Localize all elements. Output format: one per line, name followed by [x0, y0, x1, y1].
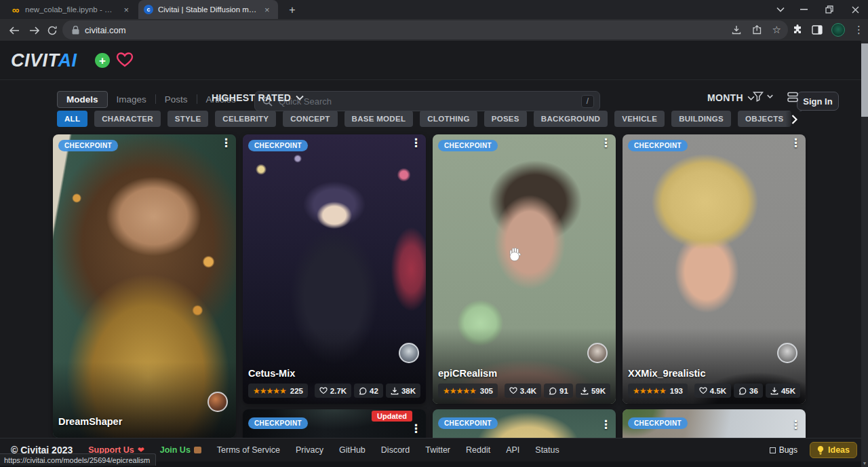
download-icon — [580, 387, 589, 395]
footer-link-discord[interactable]: Discord — [381, 445, 410, 455]
creator-avatar[interactable] — [777, 343, 797, 363]
creator-avatar[interactable] — [399, 343, 419, 363]
downloads-count: 38K — [401, 387, 416, 395]
side-panel-icon[interactable] — [812, 25, 823, 35]
chip-poses[interactable]: POSES — [484, 111, 527, 127]
forward-button[interactable] — [27, 23, 42, 38]
footer-link-status[interactable]: Status — [535, 445, 559, 455]
comment-icon — [549, 387, 557, 395]
comments-pill: 42 — [354, 384, 383, 398]
upload-plus-button[interactable]: + — [95, 53, 110, 68]
footer-link-api[interactable]: API — [506, 445, 519, 455]
downloads-pill: 45K — [766, 384, 800, 398]
rating-pill: ★★★★★ 305 — [438, 384, 498, 398]
tab-models[interactable]: Models — [57, 91, 108, 108]
site-header: CIVITAI + / Sign In — [0, 41, 868, 80]
card-menu-icon[interactable]: ⋮ — [790, 419, 802, 432]
sign-in-button[interactable]: Sign In — [797, 92, 839, 111]
likes-pill: 4.5K — [694, 384, 731, 398]
new-tab-button[interactable]: + — [285, 3, 300, 18]
civitai-logo[interactable]: CIVITAI — [11, 50, 77, 71]
card-menu-icon[interactable]: ⋮ — [600, 419, 612, 432]
chip-background[interactable]: BACKGROUND — [534, 111, 608, 127]
model-card-dreamshaper[interactable]: CHECKPOINT ⋮ DreamShaper — [53, 134, 236, 438]
creator-avatar[interactable] — [208, 392, 228, 412]
chip-clothing[interactable]: CLOTHING — [420, 111, 477, 127]
model-type-badge: CHECKPOINT — [438, 140, 498, 151]
back-button[interactable] — [7, 23, 22, 38]
download-icon — [770, 387, 778, 395]
downloads-pill: 59K — [576, 384, 610, 398]
likes-count: 4.5K — [710, 387, 726, 395]
tab-close-icon[interactable]: × — [263, 5, 271, 15]
chevron-down-icon — [296, 95, 304, 100]
rating-pill: ★★★★★ 193 — [628, 384, 688, 398]
address-bar[interactable]: civitai.com ☆ — [62, 20, 788, 39]
tab-civitai[interactable]: c Civitai | Stable Diffusion models, × — [138, 0, 278, 19]
chevron-right-icon — [791, 115, 797, 124]
reload-button[interactable] — [45, 23, 60, 38]
browser-profile-avatar[interactable] — [831, 23, 845, 37]
restore-button[interactable] — [816, 0, 842, 19]
likes-pill: 2.7K — [315, 384, 351, 398]
ideas-button[interactable]: Ideas — [810, 442, 857, 458]
footer-link-privacy[interactable]: Privacy — [296, 445, 323, 455]
filter-funnel-icon — [753, 91, 764, 102]
page-scrollbar[interactable]: ▾ — [861, 41, 868, 467]
footer-link-twitter[interactable]: Twitter — [425, 445, 450, 455]
extensions-puzzle-icon[interactable] — [792, 24, 803, 35]
chip-style[interactable]: STYLE — [167, 111, 209, 127]
model-title: XXMix_9realistic — [628, 368, 800, 379]
minimize-button[interactable] — [791, 0, 816, 19]
link-status-bar: https://civitai.com/models/25694/epicrea… — [0, 453, 156, 466]
url-text: civitai.com — [85, 25, 126, 35]
filter-button[interactable] — [753, 91, 773, 102]
browser-menu-icon[interactable]: ⋮ — [854, 24, 864, 36]
model-type-badge: CHECKPOINT — [248, 140, 308, 151]
layout-toggle-button[interactable] — [787, 92, 799, 102]
chip-celebrity[interactable]: CELEBRITY — [215, 111, 276, 127]
chip-buildings[interactable]: BUILDINGS — [671, 111, 731, 127]
chip-objects[interactable]: OBJECTS — [738, 111, 791, 127]
period-dropdown[interactable]: MONTH — [707, 92, 755, 103]
model-card-xxmix[interactable]: CHECKPOINT ⋮ XXMix_9realistic ★★★★★ 193 … — [623, 134, 806, 404]
card-menu-icon[interactable]: ⋮ — [600, 137, 612, 150]
category-filter-bar: ALL CHARACTER STYLE CELEBRITY CONCEPT BA… — [57, 111, 802, 128]
footer-link-reddit[interactable]: Reddit — [466, 445, 490, 455]
chip-all[interactable]: ALL — [57, 111, 87, 127]
search-input[interactable] — [279, 96, 581, 107]
chip-character[interactable]: CHARACTER — [94, 111, 161, 127]
tab-posts[interactable]: Posts — [156, 92, 197, 107]
share-icon[interactable] — [752, 25, 762, 35]
scrollbar-thumb[interactable] — [861, 43, 868, 117]
tab-strip: ∞ new_colab_file.ipynb - Colaborat × c C… — [0, 0, 868, 19]
model-card-cetus-mix[interactable]: CHECKPOINT ⋮ Cetus-Mix ★★★★★ 225 2.7K — [243, 134, 426, 404]
tab-search-chevron-icon[interactable] — [768, 0, 793, 19]
footer-link-join-us[interactable]: Join Us — [160, 445, 201, 455]
chip-vehicle[interactable]: VEHICLE — [614, 111, 665, 127]
comment-icon — [359, 387, 367, 395]
model-title: DreamShaper — [58, 416, 231, 427]
chip-base-model[interactable]: BASE MODEL — [344, 111, 414, 127]
chips-scroll-right-button[interactable] — [785, 111, 803, 128]
model-card-epicrealism[interactable]: CHECKPOINT ⋮ epiCRealism ★★★★★ 305 3.4K — [433, 134, 616, 404]
download-page-icon[interactable] — [732, 25, 741, 35]
bookmark-star-icon[interactable]: ☆ — [772, 24, 781, 36]
tab-colab[interactable]: ∞ new_colab_file.ipynb - Colaborat × — [5, 0, 136, 19]
scrollbar-down-arrow[interactable]: ▾ — [861, 459, 868, 467]
favorites-heart-icon[interactable] — [116, 52, 134, 68]
card-menu-icon[interactable]: ⋮ — [790, 137, 802, 150]
footer-link-terms[interactable]: Terms of Service — [217, 445, 280, 455]
footer-link-github[interactable]: GitHub — [339, 445, 366, 455]
tab-images[interactable]: Images — [108, 92, 155, 107]
sort-dropdown[interactable]: HIGHEST RATED — [212, 92, 304, 103]
quick-search-box[interactable]: / — [254, 91, 600, 111]
card-menu-icon[interactable]: ⋮ — [220, 137, 232, 150]
tab-close-icon[interactable]: × — [122, 5, 130, 15]
bugs-button[interactable]: Bugs — [770, 445, 797, 455]
card-menu-icon[interactable]: ⋮ — [410, 137, 422, 150]
creator-avatar[interactable] — [587, 343, 608, 363]
card-menu-icon[interactable]: ⋮ — [410, 423, 422, 436]
close-window-button[interactable] — [842, 0, 868, 19]
chip-concept[interactable]: CONCEPT — [283, 111, 337, 127]
